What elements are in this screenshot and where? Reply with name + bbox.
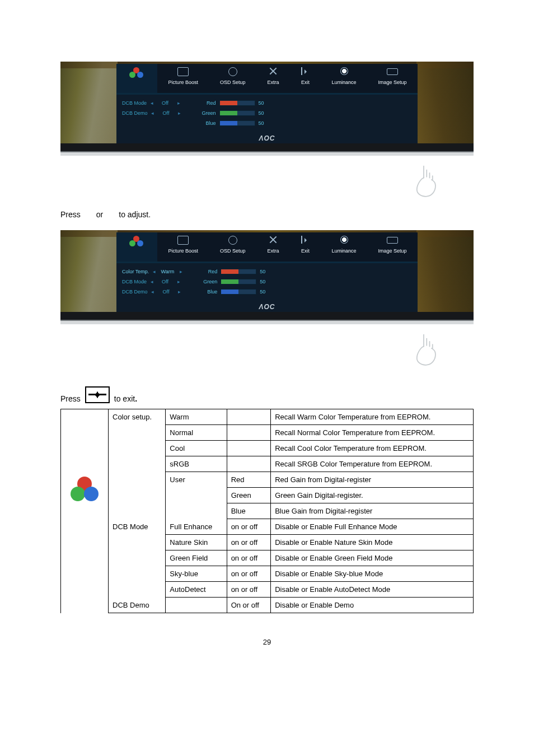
opt-cell: Sky-blue (166, 566, 227, 582)
osd-body: Color Temp.◂Warm▸ DCB Mode◂Off▸ DCB Demo… (116, 263, 418, 298)
setting-value: Off (158, 289, 175, 295)
chevron-left-icon[interactable]: ◂ (150, 279, 153, 284)
bar-label: Blue (198, 289, 217, 295)
tab-extra[interactable]: Extra (256, 232, 290, 262)
chevron-left-icon[interactable]: ◂ (150, 100, 153, 106)
chevron-left-icon[interactable]: ◂ (152, 269, 156, 274)
table-row: DCB Mode Full Enhance on or off Disable … (61, 519, 474, 535)
tab-osd-setup[interactable]: OSD Setup (209, 64, 257, 93)
desc-cell: Disable or Enable Nature Skin Mode (271, 535, 474, 550)
tab-label: Luminance (331, 248, 356, 254)
desc-cell: Recall Cool Color Temperature from EEPRO… (271, 441, 474, 456)
setting-row[interactable]: DCB Mode◂Off▸ (122, 277, 182, 287)
gear-icon (209, 67, 257, 80)
setting-row[interactable]: DCB Mode◂Off▸ (122, 98, 181, 108)
instruction-adjust: Pressorto adjust. (60, 210, 474, 219)
bar-row-blue[interactable]: Blue50 (197, 118, 268, 128)
chevron-left-icon[interactable]: ◂ (151, 289, 154, 295)
tab-label: Exit (301, 248, 310, 254)
aoc-logo: ΛOC (116, 303, 418, 311)
slider-bar[interactable] (221, 269, 256, 274)
bar-value: 50 (260, 289, 269, 295)
setting-row[interactable]: DCB Demo◂Off▸ (122, 287, 182, 297)
x-icon (256, 236, 290, 248)
tab-label: Luminance (331, 80, 356, 85)
hand-pointer-icon (404, 160, 443, 199)
tab-label: OSD Setup (220, 80, 246, 85)
arg-cell (227, 441, 271, 456)
box-icon (157, 236, 209, 248)
chevron-right-icon[interactable]: ▸ (178, 289, 181, 295)
tab-luminance[interactable]: Luminance (321, 232, 367, 262)
tab-exit[interactable]: Exit (290, 64, 321, 93)
tab-label: Image Setup (378, 248, 407, 254)
bar-row-green[interactable]: Green50 (198, 277, 269, 287)
tab-label: Picture Boost (168, 248, 198, 254)
osd-tabs: Picture Boost OSD Setup Extra Exit Lumin… (116, 64, 418, 95)
tab-picture-boost[interactable]: Picture Boost (157, 232, 209, 262)
desc-cell: Disable or Enable AutoDetect Mode (271, 582, 474, 598)
desc-cell: Recall Normal Color Temperature from EEP… (271, 425, 474, 441)
desc-cell: Recall Warm Color Temperature from EEPRO… (271, 409, 474, 425)
tab-luminance[interactable]: Luminance (321, 64, 367, 93)
slider-bar[interactable] (219, 120, 255, 126)
bar-row-green[interactable]: Green50 (197, 108, 268, 118)
chevron-right-icon[interactable]: ▸ (178, 110, 181, 116)
tab-color-temp[interactable] (116, 232, 157, 262)
chevron-right-icon[interactable]: ▸ (177, 279, 180, 284)
arg-cell: on or off (227, 535, 271, 550)
text: to exit (114, 394, 135, 403)
chevron-left-icon[interactable]: ◂ (151, 110, 154, 116)
tab-color-temp[interactable] (116, 64, 157, 93)
opt-cell: Nature Skin (166, 535, 227, 550)
tab-exit[interactable]: Exit (290, 232, 321, 262)
aoc-logo: ΛOC (116, 134, 418, 142)
opt-cell: Cool (166, 441, 227, 456)
bar-value: 50 (260, 279, 269, 284)
arg-cell: Blue (227, 503, 271, 519)
text: to adjust. (119, 210, 151, 219)
setting-name: Color Temp. (122, 269, 149, 274)
monitor-base (60, 151, 474, 156)
slider-bar[interactable] (221, 289, 256, 295)
table-row: DCB Demo On or off Disable or Enable Dem… (61, 598, 474, 613)
opt-cell: AutoDetect (166, 582, 227, 598)
arg-cell: On or off (227, 598, 271, 613)
tab-image-setup[interactable]: Image Setup (367, 232, 418, 262)
chevron-right-icon[interactable]: ▸ (177, 100, 180, 106)
reference-table: Color setup. Warm Recall Warm Color Temp… (60, 409, 474, 613)
tab-image-setup[interactable]: Image Setup (367, 64, 418, 93)
opt-cell: User (166, 472, 227, 519)
setting-value: Off (157, 279, 174, 284)
osd-tabs: Picture Boost OSD Setup Extra Exit Lumin… (116, 232, 418, 263)
bar-row-red[interactable]: Red50 (198, 267, 269, 277)
opt-cell: sRGB (166, 456, 227, 472)
page-number: 29 (60, 613, 474, 646)
chevron-right-icon[interactable]: ▸ (179, 269, 182, 274)
slider-bar[interactable] (219, 100, 255, 106)
tab-label: Extra (268, 80, 279, 85)
tab-picture-boost[interactable]: Picture Boost (157, 64, 209, 93)
x-icon (256, 67, 290, 80)
opt-cell: Full Enhance (166, 519, 227, 535)
monitor-bg-left (60, 230, 118, 312)
tab-osd-setup[interactable]: OSD Setup (209, 232, 257, 262)
slider-bar[interactable] (219, 110, 255, 116)
setting-value: Off (157, 100, 174, 106)
bar-row-red[interactable]: Red50 (197, 98, 268, 108)
slider-bar[interactable] (221, 279, 256, 284)
setting-row[interactable]: DCB Demo◂Off▸ (122, 108, 181, 118)
arg-cell: on or off (227, 566, 271, 582)
tab-extra[interactable]: Extra (256, 64, 290, 93)
arg-cell (227, 409, 271, 425)
bar-value: 50 (260, 269, 269, 274)
bar-row-blue[interactable]: Blue50 (198, 287, 269, 297)
osd-panel: Picture Boost OSD Setup Extra Exit Lumin… (116, 232, 418, 312)
desc-cell: Green Gain Digital-register. (271, 488, 474, 503)
group-cell: DCB Demo (109, 598, 166, 613)
osd-screenshot-1: Picture Boost OSD Setup Extra Exit Lumin… (60, 62, 474, 151)
gear-icon (209, 236, 257, 248)
setting-row[interactable]: Color Temp.◂Warm▸ (122, 267, 182, 277)
monitor-base (60, 320, 474, 324)
image-setup-icon (367, 236, 418, 248)
